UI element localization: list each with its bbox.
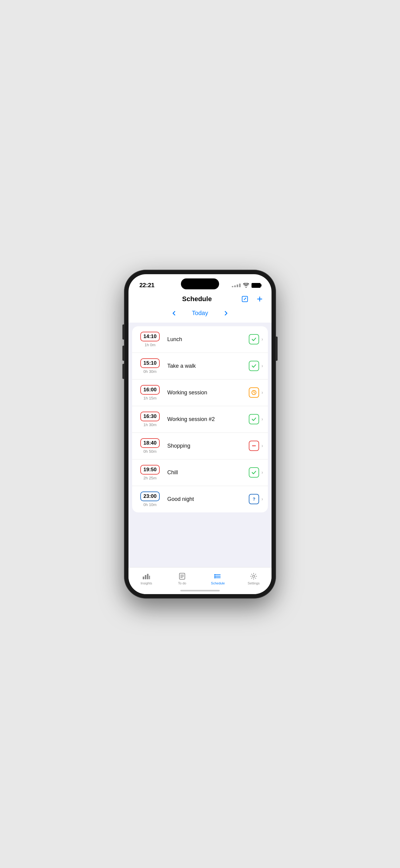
tab-settings[interactable]: Settings — [236, 571, 272, 586]
time-badge: 16:30 — [140, 412, 160, 421]
tab-insights-label: Insights — [141, 581, 152, 585]
schedule-item[interactable]: 16:00 1h 15m Working session › — [132, 379, 268, 406]
item-label: Shopping — [167, 443, 245, 449]
dynamic-island — [181, 278, 219, 289]
svg-rect-4 — [145, 575, 146, 579]
svg-text:?: ? — [253, 497, 255, 501]
duration-label: 1h 0m — [145, 343, 155, 347]
current-date-label: Today — [192, 310, 208, 317]
tab-todo[interactable]: To do — [164, 571, 200, 586]
svg-point-9 — [214, 576, 216, 577]
schedule-item[interactable]: 16:30 1h 30m Working session #2 › — [132, 406, 268, 433]
status-question-icon: ? — [249, 494, 259, 504]
item-status: › — [249, 388, 263, 398]
home-indicator-bar — [180, 590, 220, 591]
duration-label: 2h 25m — [143, 476, 156, 480]
status-icons — [232, 283, 261, 288]
schedule-card: 14:10 1h 0m Lunch › — [132, 326, 268, 513]
nav-bar: Schedule — [128, 292, 272, 308]
nav-actions — [240, 294, 264, 304]
chevron-icon: › — [261, 496, 263, 502]
chevron-icon: › — [261, 390, 263, 395]
duration-label: 0h 50m — [143, 449, 156, 454]
date-nav: Today — [128, 308, 272, 322]
item-label: Lunch — [167, 336, 245, 343]
next-date-button[interactable] — [220, 309, 232, 318]
status-cancel-icon — [249, 441, 259, 451]
time-badge: 18:40 — [140, 438, 160, 448]
item-status: › — [249, 414, 263, 424]
tab-bar: Insights To do — [128, 567, 272, 587]
schedule-item[interactable]: 14:10 1h 0m Lunch › — [132, 326, 268, 353]
time-badge: 23:00 — [140, 492, 160, 501]
schedule-item[interactable]: 18:40 0h 50m Shopping › — [132, 433, 268, 459]
item-label: Take a walk — [167, 363, 245, 369]
main-content: 14:10 1h 0m Lunch › — [128, 322, 272, 567]
duration-label: 0h 30m — [143, 369, 156, 374]
schedule-item[interactable]: 23:00 0h 10m Good night ? › — [132, 486, 268, 513]
tab-schedule-label: Schedule — [211, 581, 225, 585]
item-status: › — [249, 441, 263, 451]
wifi-icon — [243, 283, 249, 288]
time-badge: 15:10 — [140, 358, 160, 368]
svg-point-11 — [253, 575, 255, 577]
phone-screen: 22:21 Schedule — [128, 274, 272, 594]
item-label: Working session #2 — [167, 416, 245, 423]
tab-schedule[interactable]: Schedule — [200, 571, 236, 586]
time-block: 19:50 2h 25m — [137, 465, 163, 480]
chevron-icon: › — [261, 363, 263, 369]
item-label: Working session — [167, 390, 245, 396]
status-check-icon — [249, 361, 259, 371]
item-label: Chill — [167, 469, 245, 476]
time-block: 15:10 0h 30m — [137, 358, 163, 374]
insights-icon — [142, 572, 150, 580]
edit-button[interactable] — [240, 294, 250, 304]
item-status: › — [249, 361, 263, 371]
duration-label: 1h 30m — [143, 423, 156, 427]
page-title: Schedule — [182, 295, 212, 303]
item-status: ? › — [249, 494, 263, 504]
signal-icon — [232, 284, 240, 287]
status-check-icon — [249, 414, 259, 424]
item-status: › — [249, 334, 263, 344]
time-block: 23:00 0h 10m — [137, 492, 163, 507]
duration-label: 1h 15m — [143, 396, 156, 400]
time-badge: 19:50 — [140, 465, 160, 474]
time-badge: 14:10 — [140, 332, 160, 341]
status-pending-icon — [249, 388, 259, 398]
time-block: 16:30 1h 30m — [137, 412, 163, 427]
time-block: 18:40 0h 50m — [137, 438, 163, 454]
svg-rect-5 — [147, 574, 148, 579]
item-label: Good night — [167, 496, 245, 502]
duration-label: 0h 10m — [143, 502, 156, 507]
prev-date-button[interactable] — [168, 309, 180, 318]
svg-point-10 — [214, 577, 216, 578]
phone-frame: 22:21 Schedule — [124, 270, 276, 598]
chevron-icon: › — [261, 337, 263, 342]
tab-insights[interactable]: Insights — [128, 571, 164, 586]
svg-rect-3 — [143, 577, 144, 579]
tab-todo-label: To do — [178, 581, 187, 585]
status-check-icon — [249, 334, 259, 344]
todo-icon — [178, 572, 186, 580]
chevron-icon: › — [261, 443, 263, 448]
chevron-icon: › — [261, 416, 263, 422]
schedule-item[interactable]: 19:50 2h 25m Chill › — [132, 459, 268, 486]
time-block: 16:00 1h 15m — [137, 385, 163, 400]
status-time: 22:21 — [139, 282, 154, 289]
chevron-icon: › — [261, 470, 263, 475]
schedule-item[interactable]: 15:10 0h 30m Take a walk › — [132, 353, 268, 379]
settings-icon — [250, 572, 258, 580]
battery-icon — [252, 283, 261, 288]
schedule-icon — [214, 572, 222, 580]
item-status: › — [249, 467, 263, 477]
status-bar: 22:21 — [128, 274, 272, 292]
svg-rect-6 — [149, 576, 150, 579]
add-button[interactable] — [255, 294, 264, 304]
time-block: 14:10 1h 0m — [137, 332, 163, 347]
time-badge: 16:00 — [140, 385, 160, 395]
svg-point-8 — [214, 574, 216, 575]
tab-settings-label: Settings — [248, 581, 260, 585]
home-indicator — [128, 587, 272, 594]
status-check-icon — [249, 467, 259, 477]
